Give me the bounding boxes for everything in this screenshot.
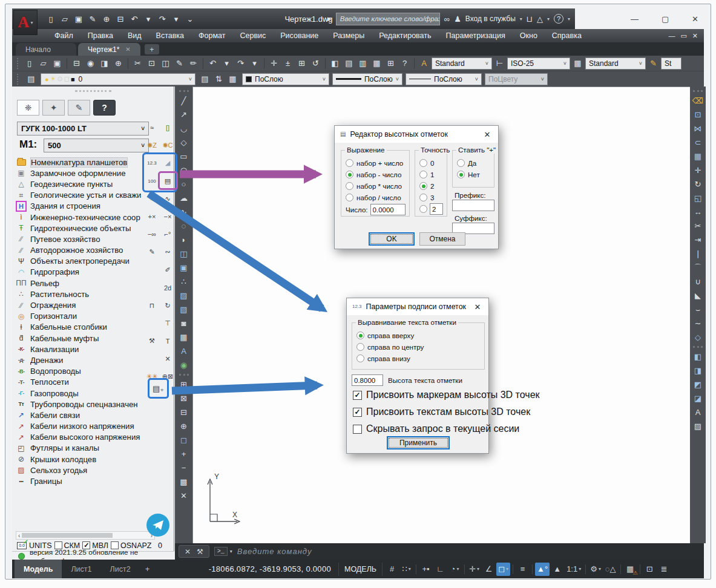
hatch-icon[interactable]: ▨ bbox=[177, 289, 191, 302]
rectangle-icon[interactable]: ▭ bbox=[177, 149, 191, 163]
radio-option-0[interactable]: Да bbox=[457, 157, 493, 169]
toolbar-grip[interactable] bbox=[179, 90, 189, 92]
scale-icon[interactable]: ◱ bbox=[691, 191, 705, 205]
layer-category-3[interactable]: ⌗Геологические устья и скважи bbox=[16, 190, 155, 201]
layer-category-2[interactable]: △Геодезические пункты bbox=[16, 178, 155, 189]
layer-category-6[interactable]: ŦГидротехнические объекты bbox=[16, 223, 155, 234]
block-editor-icon[interactable]: ✏ bbox=[187, 57, 200, 70]
help-icon[interactable]: ? bbox=[398, 57, 411, 70]
chevron-down-icon[interactable]: ▾ bbox=[230, 549, 232, 554]
signin-button[interactable]: Вход в службы bbox=[465, 15, 516, 23]
zoom-all-icon[interactable]: ▩ bbox=[177, 475, 191, 489]
radio-button[interactable] bbox=[356, 354, 364, 362]
checkbox-option-1[interactable]: ✓Присвоить текстам высоты 3D точек bbox=[353, 403, 540, 420]
checkbox-option-2[interactable]: Скрывать запрос в текущей сесии bbox=[353, 420, 540, 437]
tab-drawing[interactable]: ✎ bbox=[68, 100, 90, 116]
pan-icon[interactable]: ✛ bbox=[268, 57, 280, 70]
zoom-center-icon[interactable]: ⊕ bbox=[177, 419, 191, 433]
remove-node-icon[interactable]: −× bbox=[161, 210, 174, 223]
radio-button[interactable] bbox=[346, 182, 353, 190]
maximize-button[interactable]: ▢ bbox=[662, 15, 669, 24]
redo-caret-icon[interactable]: ▾ bbox=[248, 57, 261, 70]
menu-item-7[interactable]: Размеры bbox=[326, 31, 372, 40]
copy-icon[interactable]: ⊡ bbox=[691, 108, 705, 122]
undo-icon[interactable]: ↶ bbox=[206, 57, 219, 70]
file-tab-0[interactable]: Начало bbox=[16, 43, 76, 56]
zoom-in-icon[interactable]: + bbox=[177, 447, 191, 461]
checkbox-option-0[interactable]: ✓Присвоить маркерам высоты 3D точек bbox=[353, 387, 540, 403]
draw-curve-icon[interactable]: ∾ bbox=[161, 246, 174, 259]
radio-option-1[interactable]: справа по центру bbox=[356, 341, 483, 353]
spline-points-icon[interactable]: ∿ bbox=[161, 192, 174, 206]
offset-icon[interactable]: ⊂ bbox=[691, 136, 705, 149]
isolate-objects-button[interactable]: ◌△ bbox=[603, 563, 618, 576]
zoom-window-icon[interactable]: ⊞ bbox=[177, 377, 191, 391]
layer-category-7[interactable]: ∕∕Путевое хозяйство bbox=[16, 234, 155, 244]
text-tool-icon[interactable]: T bbox=[161, 335, 174, 348]
publish-icon[interactable]: ⊕ bbox=[112, 57, 125, 70]
chain-line-icon[interactable]: −∞ bbox=[145, 227, 159, 241]
menu-item-0[interactable]: Файл bbox=[47, 31, 80, 40]
break-at-point-icon[interactable]: ∣ bbox=[691, 247, 705, 261]
new-icon[interactable]: ▯ bbox=[23, 57, 36, 70]
zoom-scale-icon[interactable]: ⊟ bbox=[177, 405, 191, 419]
layer-category-15[interactable]: ƗКабельные столбики bbox=[16, 322, 155, 333]
infer-constraints-button[interactable]: +▪ bbox=[419, 563, 433, 576]
select-lines-icon[interactable]: ≈ bbox=[145, 121, 159, 134]
join-icon[interactable]: ∪ bbox=[691, 275, 705, 289]
rectangle-contour-icon[interactable]: ⊓ bbox=[145, 299, 159, 312]
text-height-input[interactable] bbox=[352, 374, 383, 386]
polyline-icon[interactable]: ◡ bbox=[177, 122, 191, 136]
chevron-down-icon[interactable]: ▾ bbox=[547, 16, 550, 22]
zoom-out-icon[interactable]: − bbox=[177, 461, 191, 475]
radio-option-2[interactable]: справа внизу bbox=[356, 353, 483, 364]
save-icon[interactable]: ▣ bbox=[51, 57, 64, 70]
layer-category-28[interactable]: ▨Сельхоз угодья bbox=[16, 465, 155, 475]
checkbox-box[interactable]: ✓ bbox=[353, 408, 362, 417]
scrollbar-thumb[interactable] bbox=[22, 533, 112, 538]
cut-icon[interactable]: ✂ bbox=[131, 57, 144, 70]
hammer-tool-icon[interactable]: ⚒ bbox=[145, 335, 159, 348]
print-icon[interactable]: ⊟ bbox=[70, 57, 83, 70]
layer-category-21[interactable]: -Г-Газопроводы bbox=[16, 388, 155, 399]
layer-category-9[interactable]: ΨОбъекты электропередачи bbox=[16, 256, 155, 267]
menu-item-10[interactable]: Окно bbox=[513, 31, 545, 40]
text-to-front-icon[interactable]: A bbox=[691, 405, 705, 419]
copy-clip-icon[interactable]: ⊡ bbox=[145, 57, 158, 70]
customize-qat-icon[interactable]: ⌄ bbox=[185, 15, 195, 24]
layer-category-17[interactable]: -К-Канализации bbox=[16, 344, 155, 354]
fillet-icon[interactable]: ⌣ bbox=[691, 302, 705, 316]
ellipse-icon[interactable]: ◌ bbox=[177, 219, 191, 233]
radio-button[interactable] bbox=[356, 343, 364, 351]
layer-category-5[interactable]: ìИнженерно-технические соор bbox=[16, 212, 155, 223]
layer-lock-icon[interactable]: ◻ bbox=[64, 75, 70, 83]
layer-category-11[interactable]: ΠΠРельеф bbox=[16, 278, 155, 289]
object-snap-tracking-button[interactable]: ∠ bbox=[482, 563, 496, 576]
radio-option-2[interactable]: 2 bbox=[419, 180, 445, 192]
radio-option-0[interactable]: набор + число bbox=[346, 157, 408, 169]
isometric-drafting-button[interactable]: ✛▾ bbox=[467, 563, 481, 576]
layout-tab-0[interactable]: Модель bbox=[15, 560, 62, 578]
chamfer-icon[interactable]: ◣ bbox=[691, 289, 705, 302]
radio-option-3[interactable]: набор / число bbox=[346, 192, 408, 203]
application-menu-button[interactable]: A ▾ bbox=[13, 10, 38, 35]
tool-palettes-icon[interactable]: ▥ bbox=[356, 57, 369, 70]
sketch-pencil-icon[interactable]: ✐ bbox=[161, 263, 174, 276]
palette-grip[interactable] bbox=[75, 90, 111, 93]
save-as-icon[interactable]: ✎ bbox=[88, 15, 97, 24]
color-combo[interactable]: ПоСлою ˅ bbox=[242, 73, 329, 85]
open-file-icon[interactable]: ▱ bbox=[60, 15, 70, 24]
draw-line-pencil-icon[interactable]: ✎ bbox=[145, 246, 159, 259]
cancel-button[interactable]: Отмена bbox=[419, 232, 465, 246]
add-node-icon[interactable]: +× bbox=[145, 210, 159, 223]
multiline-text-icon[interactable]: A bbox=[177, 344, 191, 358]
layer-category-24[interactable]: ↗Кабели низкого напряжения bbox=[16, 421, 155, 432]
open-icon[interactable]: ▱ bbox=[37, 57, 50, 70]
close-tab-icon[interactable]: ✕ bbox=[125, 46, 130, 53]
layer-category-0[interactable]: Номенклатура планшетов bbox=[16, 157, 155, 168]
cart-icon[interactable]: ⊔ bbox=[527, 15, 533, 24]
burst-points-icon[interactable]: ✳ bbox=[145, 192, 159, 206]
stretch-icon[interactable]: ↔ bbox=[691, 205, 705, 219]
hatch-to-back-icon[interactable]: ▨ bbox=[691, 419, 705, 433]
layer-category-18[interactable]: -д-Дренажи bbox=[16, 354, 155, 365]
